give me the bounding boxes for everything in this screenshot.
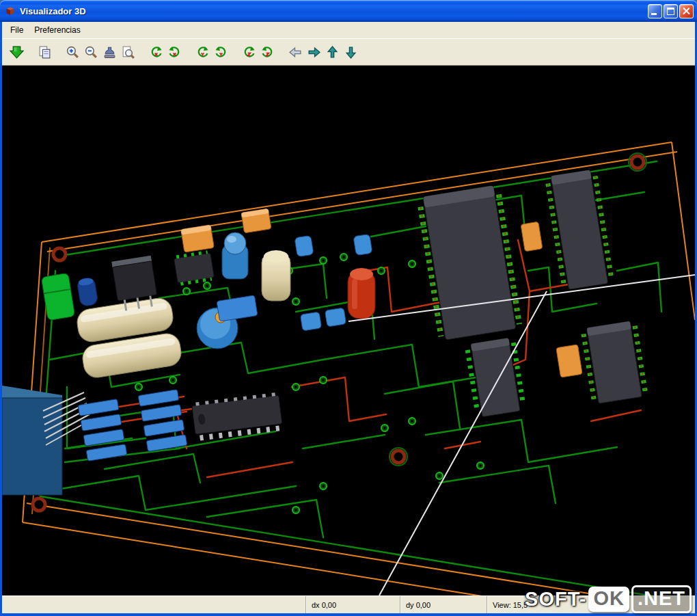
- rotate-ccw-z-icon: [242, 45, 256, 59]
- zoom-fit-button[interactable]: [119, 43, 137, 62]
- titlebar[interactable]: Visualizador 3D: [0, 0, 697, 22]
- statusbar-blank: [2, 596, 305, 613]
- toolbar-separator: [26, 39, 36, 65]
- statusbar-dx: dx 0,00: [305, 596, 400, 613]
- menu-file[interactable]: File: [5, 23, 29, 37]
- minimize-button[interactable]: [648, 4, 662, 18]
- rotate-cw-x-icon: [167, 45, 182, 59]
- toolbar: [2, 38, 695, 66]
- rotate-ccw-y-icon: [195, 45, 210, 59]
- rotate-y-cw-button[interactable]: [212, 43, 230, 62]
- rotate-z-ccw-button[interactable]: [240, 43, 258, 62]
- copy-icon: [38, 45, 52, 59]
- app-icon: [4, 5, 16, 17]
- zoom-in-button[interactable]: [64, 43, 82, 62]
- move-down-button[interactable]: [342, 43, 360, 62]
- toolbar-separator: [184, 39, 193, 65]
- rotate-y-ccw-button[interactable]: [193, 43, 212, 62]
- green-down-arrow-icon: [10, 45, 24, 59]
- rotate-x-cw-button[interactable]: [165, 43, 184, 62]
- orange-film-capacitor: [181, 225, 215, 252]
- redraw-view-button[interactable]: [100, 43, 119, 62]
- orange-film-capacitor: [521, 222, 543, 252]
- pcb-3d-render: [2, 66, 695, 595]
- watermark: SOFT- OK .NET: [525, 585, 692, 613]
- zoom-in-icon: [66, 45, 80, 59]
- reload-board-button[interactable]: [8, 43, 26, 62]
- app-window: Visualizador 3D File Preferencias: [0, 0, 697, 616]
- menubar: File Preferencias: [2, 22, 695, 38]
- move-left-button[interactable]: [286, 43, 305, 62]
- window-title: Visualizador 3D: [20, 6, 648, 16]
- move-left-icon: [288, 45, 303, 59]
- pcb-3d-viewport[interactable]: [2, 66, 695, 595]
- minimize-icon: [651, 13, 657, 15]
- menu-preferencias[interactable]: Preferencias: [29, 23, 85, 37]
- view-value: View: 15,5: [493, 601, 528, 609]
- dy-value: dy 0,00: [406, 601, 430, 609]
- zoom-out-icon: [84, 45, 98, 59]
- copy-image-button[interactable]: [36, 43, 54, 62]
- blue-electrolytic-capacitor: [222, 232, 248, 279]
- stamp-icon: [102, 45, 117, 59]
- maximize-icon: [667, 8, 674, 15]
- red-capacitor: [348, 268, 375, 319]
- rotate-cw-z-icon: [260, 45, 275, 59]
- rotate-z-cw-button[interactable]: [258, 43, 277, 62]
- maximize-button[interactable]: [664, 4, 678, 18]
- move-right-icon: [307, 45, 321, 59]
- watermark-ok-badge: OK: [588, 587, 629, 612]
- toolbar-separator: [54, 39, 64, 65]
- watermark-net-badge: .NET: [631, 585, 692, 613]
- watermark-soft: SOFT-: [525, 588, 586, 611]
- zoom-fit-icon: [121, 45, 135, 59]
- statusbar-dy: dy 0,00: [400, 596, 487, 613]
- toolbar-separator: [277, 39, 286, 65]
- beige-capacitor: [262, 250, 290, 301]
- move-right-button[interactable]: [305, 43, 323, 62]
- dx-value: dx 0,00: [312, 601, 336, 609]
- move-up-icon: [325, 45, 340, 59]
- toolbar-separator: [137, 39, 147, 65]
- zoom-out-button[interactable]: [82, 43, 100, 62]
- toolbar-separator: [230, 39, 240, 65]
- rotate-ccw-x-icon: [149, 45, 163, 59]
- close-button[interactable]: [679, 4, 694, 18]
- rotate-cw-y-icon: [214, 45, 228, 59]
- orange-film-capacitor: [241, 209, 271, 233]
- orange-film-capacitor: [556, 345, 582, 377]
- move-down-icon: [344, 45, 358, 59]
- rotate-x-ccw-button[interactable]: [147, 43, 165, 62]
- move-up-button[interactable]: [323, 43, 342, 62]
